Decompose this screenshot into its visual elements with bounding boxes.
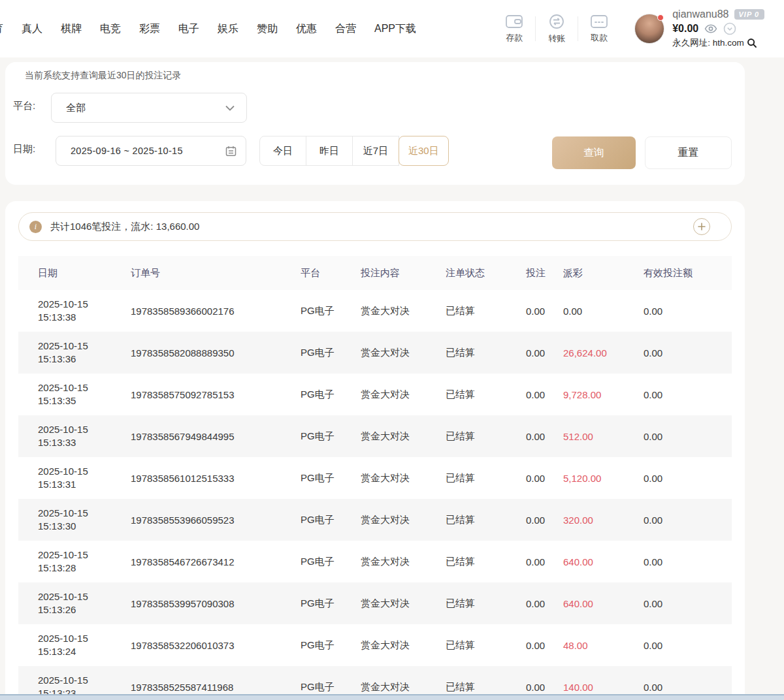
status-cell: 已结算 <box>446 374 526 415</box>
date-range-input[interactable]: 2025-09-16 ~ 2025-10-15 <box>56 136 246 166</box>
order-number: 1978358539957090308 <box>131 582 301 624</box>
payout-cell: 512.00 <box>563 415 644 457</box>
col-platform: 平台 <box>301 256 361 290</box>
status-cell: 已结算 <box>446 499 526 541</box>
nav-item-lottery[interactable]: 彩票 <box>139 22 160 36</box>
valid-bet-cell: 0.00 <box>644 541 732 582</box>
platform-cell: PG电子 <box>301 582 361 624</box>
col-bet: 投注 <box>526 256 563 290</box>
order-number: 1978358567949844995 <box>131 415 301 457</box>
nav-item-esports[interactable]: 电竞 <box>100 22 121 36</box>
bet-amount-cell: 0.00 <box>526 457 563 499</box>
nav-item-sponsor[interactable]: 赞助 <box>257 22 278 36</box>
status-cell: 已结算 <box>446 332 526 374</box>
nav-item-sports[interactable]: 体育 <box>0 22 3 36</box>
platform-selected-value: 全部 <box>66 102 86 114</box>
table-row: 2025-10-1515:13:28 1978358546726673412 P… <box>18 541 732 582</box>
order-number: 1978358589366002176 <box>131 290 301 332</box>
valid-bet-cell: 0.00 <box>644 582 732 624</box>
nav-item-agent[interactable]: 合营 <box>335 22 356 36</box>
summary-text: 共计1046笔投注，流水: 13,660.00 <box>50 221 199 233</box>
table-row: 2025-10-1515:13:35 1978358575092785153 P… <box>18 374 732 415</box>
nav-item-promo[interactable]: 优惠 <box>296 22 317 36</box>
bet-amount-cell: 0.00 <box>526 624 563 666</box>
search-icon[interactable] <box>747 38 757 48</box>
payout-cell: 5,120.00 <box>563 457 644 499</box>
quick-7days-button[interactable]: 近7日 <box>352 136 399 166</box>
horizontal-scrollbar[interactable] <box>0 694 784 700</box>
bet-amount-cell: 0.00 <box>526 290 563 332</box>
user-info: qianwanu88 VIP 0 ¥0.00 <box>672 8 764 49</box>
bet-date: 2025-10-15 <box>38 674 131 687</box>
notification-dot <box>657 14 664 21</box>
bet-time: 15:13:30 <box>38 520 131 533</box>
deposit-button[interactable]: 存款 <box>493 14 535 44</box>
table-header-row: 日期 订单号 平台 投注内容 注单状态 投注 派彩 有效投注额 <box>18 256 732 290</box>
bet-time: 15:13:31 <box>38 478 131 491</box>
payout-cell: 640.00 <box>563 582 644 624</box>
col-order: 订单号 <box>131 256 301 290</box>
table-row: 2025-10-1515:13:33 1978358567949844995 P… <box>18 415 732 457</box>
payout-cell: 48.00 <box>563 624 644 666</box>
bet-time: 15:13:28 <box>38 562 131 575</box>
table-row: 2025-10-1515:13:24 1978358532206010373 P… <box>18 624 732 666</box>
quick-yesterday-button[interactable]: 昨日 <box>306 136 353 166</box>
eye-icon[interactable] <box>704 24 717 33</box>
expand-plus-icon[interactable] <box>693 218 710 235</box>
nav-item-live[interactable]: 真人 <box>22 22 42 36</box>
bet-date: 2025-10-15 <box>38 507 131 520</box>
filter-card: 当前系统支持查询最近30日的投注记录 平台: 全部 日期: 2025-09-16… <box>5 62 745 185</box>
valid-bet-cell: 0.00 <box>644 290 732 332</box>
payout-cell: 26,624.00 <box>563 332 644 374</box>
valid-bet-cell: 0.00 <box>644 499 732 541</box>
user-avatar[interactable] <box>634 14 664 44</box>
bet-date: 2025-10-15 <box>38 298 131 311</box>
order-number: 1978358553966059523 <box>131 499 301 541</box>
quick-today-button[interactable]: 今日 <box>259 136 306 166</box>
reset-button[interactable]: 重置 <box>645 136 732 169</box>
valid-bet-cell: 0.00 <box>644 457 732 499</box>
payout-cell: 640.00 <box>563 541 644 582</box>
permanent-site-link[interactable]: 永久网址: hth.com <box>672 37 744 49</box>
bet-date: 2025-10-15 <box>38 632 131 645</box>
platform-cell: PG电子 <box>301 541 361 582</box>
valid-bet-cell: 0.00 <box>644 415 732 457</box>
chevron-down-icon <box>225 105 235 111</box>
topbar-right: 存款 转账 取款 <box>493 0 764 57</box>
status-cell: 已结算 <box>446 624 526 666</box>
history-notice: 当前系统支持查询最近30日的投注记录 <box>25 70 182 82</box>
bet-date: 2025-10-15 <box>38 423 131 436</box>
nav-item-slots[interactable]: 电子 <box>178 22 199 36</box>
status-cell: 已结算 <box>446 415 526 457</box>
platform-select[interactable]: 全部 <box>51 93 247 123</box>
table-row: 2025-10-1515:13:31 1978358561012515333 P… <box>18 457 732 499</box>
chevron-down-circle-icon[interactable] <box>723 22 736 35</box>
summary-bar: i 共计1046笔投注，流水: 13,660.00 <box>18 212 732 241</box>
bet-amount-cell: 0.00 <box>526 541 563 582</box>
bet-time: 15:13:38 <box>38 311 131 324</box>
content-cell: 赏金大对决 <box>361 457 446 499</box>
content-cell: 赏金大对决 <box>361 624 446 666</box>
bet-time: 15:13:26 <box>38 603 131 616</box>
quick-30days-button[interactable]: 近30日 <box>399 136 449 166</box>
platform-cell: PG电子 <box>301 290 361 332</box>
col-valid-bet: 有效投注额 <box>644 256 732 290</box>
username: qianwanu88 <box>672 8 728 20</box>
transfer-label: 转账 <box>548 33 565 44</box>
bet-time: 15:13:33 <box>38 436 131 449</box>
transfer-button[interactable]: 转账 <box>536 14 578 44</box>
platform-cell: PG电子 <box>301 415 361 457</box>
nav-item-app[interactable]: APP下载 <box>374 22 416 36</box>
withdraw-label: 取款 <box>591 32 608 44</box>
order-number: 1978358561012515333 <box>131 457 301 499</box>
bet-records-table: 日期 订单号 平台 投注内容 注单状态 投注 派彩 有效投注额 2025-10-… <box>18 256 732 700</box>
withdraw-button[interactable]: 取款 <box>578 14 620 44</box>
nav-item-cards[interactable]: 棋牌 <box>61 22 82 36</box>
date-label: 日期: <box>13 143 35 155</box>
bet-amount-cell: 0.00 <box>526 332 563 374</box>
calendar-icon <box>225 146 237 157</box>
nav-item-entertain[interactable]: 娱乐 <box>218 22 238 36</box>
content-cell: 赏金大对决 <box>361 499 446 541</box>
search-button[interactable]: 查询 <box>552 136 636 169</box>
bet-amount-cell: 0.00 <box>526 499 563 541</box>
